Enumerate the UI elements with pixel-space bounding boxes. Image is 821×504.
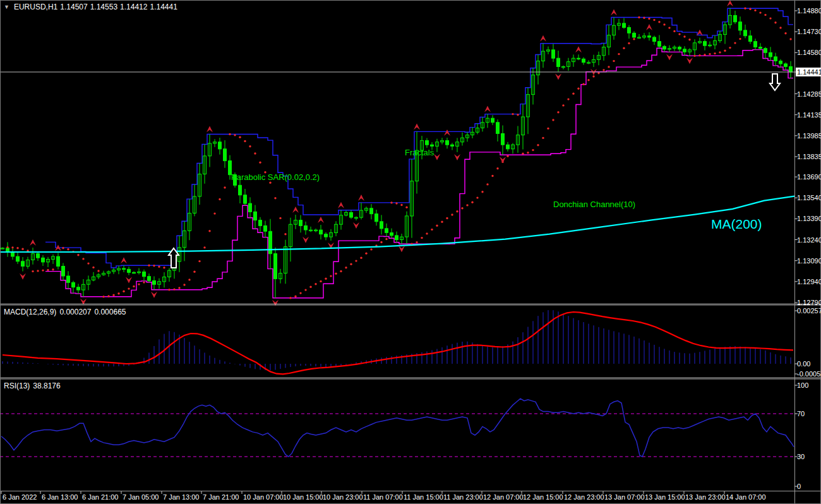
macd-axis-labels: 0.0025710.00-0.000571 [794, 307, 821, 378]
svg-text:11 Jan 15:00: 11 Jan 15:00 [404, 493, 443, 501]
donchian-channel-label: Donchian Channel(10) [553, 200, 635, 208]
svg-text:1.14580: 1.14580 [797, 49, 821, 56]
macd-panel [3, 310, 793, 374]
svg-text:13 Jan 07:00: 13 Jan 07:00 [604, 493, 645, 501]
svg-text:10 Jan 07:00: 10 Jan 07:00 [243, 493, 284, 501]
rsi-panel [0, 399, 794, 457]
svg-text:30: 30 [797, 453, 805, 460]
window-menu-icon[interactable]: ▼ [4, 4, 9, 10]
time-axis-labels[interactable]: 6 Jan 20226 Jan 13:006 Jan 21:007 Jan 05… [1, 491, 766, 501]
open-value: 1.14507 [60, 3, 87, 11]
svg-text:1.14135: 1.14135 [797, 111, 821, 119]
ma200-label: MA(200) [711, 217, 762, 231]
svg-text:10 Jan 23:00: 10 Jan 23:00 [323, 493, 363, 501]
chart-window: 1.148801.147301.145801.144411.142851.141… [0, 0, 821, 504]
macd-name: MACD(12,26,9) [4, 308, 56, 316]
svg-text:1.13835: 1.13835 [797, 153, 821, 160]
svg-text:1.13390: 1.13390 [797, 215, 821, 222]
svg-text:13 Jan 15:00: 13 Jan 15:00 [645, 493, 685, 501]
macd-panel-title: MACD(12,26,9)0.0002070.000665 [4, 308, 129, 316]
chart-header: ▼EURUSD,H11.145071.145531.144121.14441 [4, 3, 180, 11]
macd-main-value: 0.000207 [59, 308, 91, 316]
svg-text:7 Jan 05:00: 7 Jan 05:00 [123, 493, 159, 501]
svg-text:10 Jan 15:00: 10 Jan 15:00 [283, 493, 323, 501]
svg-text:12 Jan 07:00: 12 Jan 07:00 [483, 493, 524, 501]
svg-text:70: 70 [797, 410, 805, 417]
svg-text:1.13240: 1.13240 [797, 236, 821, 244]
svg-text:11 Jan 23:00: 11 Jan 23:00 [443, 493, 483, 501]
svg-text:1.13540: 1.13540 [797, 194, 821, 201]
fractals-label: Fractals [405, 148, 434, 157]
svg-text:1.14880: 1.14880 [797, 7, 821, 15]
svg-text:7 Jan 21:00: 7 Jan 21:00 [203, 493, 239, 501]
rsi-panel-title: RSI(13)38.8176 [4, 382, 64, 390]
low-value: 1.14412 [120, 3, 147, 11]
svg-text:0.00: 0.00 [797, 360, 810, 368]
svg-text:1.14441: 1.14441 [797, 68, 821, 76]
svg-text:0.002571: 0.002571 [797, 307, 821, 315]
symbol-period-label: EURUSD,H1 [14, 3, 57, 11]
down-arrow-marker[interactable] [770, 74, 780, 90]
parabolic-sar-dots [6, 8, 791, 299]
svg-text:1.12790: 1.12790 [797, 299, 821, 306]
svg-text:7 Jan 13:00: 7 Jan 13:00 [163, 493, 200, 501]
svg-text:12 Jan 15:00: 12 Jan 15:00 [523, 493, 563, 501]
svg-text:14 Jan 07:00: 14 Jan 07:00 [726, 493, 766, 501]
svg-text:-0.000571: -0.000571 [797, 370, 821, 378]
fractal-arrows [20, 0, 733, 306]
svg-text:12 Jan 23:00: 12 Jan 23:00 [564, 493, 604, 501]
price-axis-labels[interactable]: 1.148801.147301.145801.144411.142851.141… [794, 7, 821, 306]
macd-signal-value: 0.000665 [94, 308, 126, 316]
close-value: 1.14441 [150, 3, 177, 11]
svg-text:1.13690: 1.13690 [797, 173, 821, 181]
svg-text:1.14285: 1.14285 [797, 90, 821, 98]
svg-text:6 Jan 2022: 6 Jan 2022 [3, 493, 37, 501]
svg-text:6 Jan 13:00: 6 Jan 13:00 [42, 493, 78, 501]
rsi-value: 38.8176 [33, 381, 60, 390]
rsi-name: RSI(13) [4, 381, 30, 390]
svg-text:0: 0 [797, 483, 801, 490]
svg-text:1.13090: 1.13090 [797, 257, 821, 265]
donchian-lower-line [45, 48, 793, 298]
chart-canvas[interactable]: 1.148801.147301.145801.144411.142851.141… [0, 0, 821, 504]
svg-text:11 Jan 07:00: 11 Jan 07:00 [363, 493, 403, 501]
svg-text:1.13985: 1.13985 [797, 132, 821, 140]
svg-text:13 Jan 23:00: 13 Jan 23:00 [685, 493, 726, 501]
svg-text:6 Jan 21:00: 6 Jan 21:00 [82, 493, 119, 501]
macd-signal-line [3, 312, 793, 374]
svg-text:1.14730: 1.14730 [797, 28, 821, 35]
svg-text:1.12940: 1.12940 [797, 278, 821, 285]
high-value: 1.14553 [90, 3, 117, 11]
svg-text:100: 100 [797, 381, 808, 389]
ma200-line[interactable] [0, 196, 794, 252]
rsi-line [1, 399, 794, 457]
parabolic-sar-label: Parabolic SAR(0.02,0.2) [231, 173, 320, 181]
rsi-axis-labels: 10070300 [794, 381, 808, 490]
